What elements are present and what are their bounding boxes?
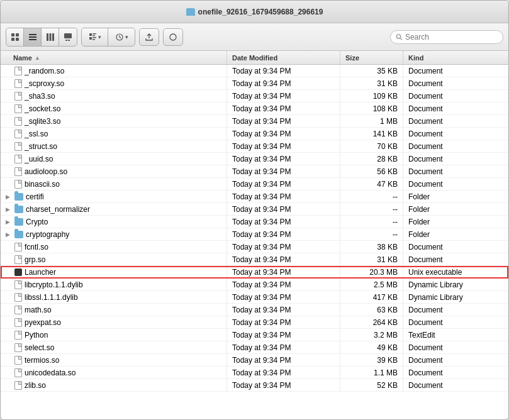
file-name: audioloop.so <box>25 167 67 176</box>
chevron-icon: ▶ <box>6 319 12 326</box>
table-row[interactable]: ▶ binascii.so Today at 9:34 PM 47 KB Doc… <box>1 178 508 191</box>
table-row[interactable]: ▶ fcntl.so Today at 9:34 PM 38 KB Docume… <box>1 241 508 253</box>
cell-size: 31 KB <box>340 77 403 89</box>
cell-date: Today at 9:34 PM <box>227 354 340 366</box>
date-column-header[interactable]: Date Modified <box>227 51 340 64</box>
table-row[interactable]: ▶ libcrypto.1.1.dylib Today at 9:34 PM 2… <box>1 279 508 291</box>
cell-name: ▶ _sha3.so <box>1 90 227 102</box>
table-row[interactable]: ▶ Launcher Today at 9:34 PM 20.3 MB Unix… <box>1 266 508 279</box>
table-row[interactable]: ▶ _sha3.so Today at 9:34 PM 109 KB Docum… <box>1 90 508 102</box>
table-row[interactable]: ▶ _scproxy.so Today at 9:34 PM 31 KB Doc… <box>1 77 508 90</box>
cell-kind: Dynamic Library <box>403 279 508 290</box>
doc-icon <box>14 318 22 327</box>
svg-rect-11 <box>65 40 67 41</box>
table-row[interactable]: ▶ _ssl.so Today at 9:34 PM 141 KB Docume… <box>1 128 508 140</box>
chevron-icon: ▶ <box>6 257 12 263</box>
cell-size: 20.3 MB <box>340 266 403 278</box>
chevron-icon: ▶ <box>6 294 12 301</box>
file-name: _uuid.so <box>25 155 53 163</box>
table-row[interactable]: ▶ _struct.so Today at 9:34 PM 70 KB Docu… <box>1 140 508 153</box>
cell-name: ▶ cryptography <box>1 228 227 240</box>
doc-icon <box>14 343 22 352</box>
table-row[interactable]: ▶ select.so Today at 9:34 PM 49 KB Docum… <box>1 341 508 354</box>
tags-button[interactable] <box>163 28 183 46</box>
action-button[interactable]: ▾ <box>108 28 135 46</box>
svg-rect-17 <box>92 37 96 38</box>
cell-kind: Document <box>403 178 508 190</box>
column-headers: Name ▲ Date Modified Size Kind <box>1 51 508 65</box>
table-row[interactable]: ▶ audioloop.so Today at 9:34 PM 56 KB Do… <box>1 165 508 178</box>
chevron-icon: ▶ <box>6 194 12 200</box>
search-icon <box>396 33 403 41</box>
gallery-view-button[interactable] <box>59 28 77 46</box>
cell-size: 31 KB <box>340 253 403 265</box>
table-row[interactable]: ▶ _socket.so Today at 9:34 PM 108 KB Doc… <box>1 102 508 115</box>
table-row[interactable]: ▶ Python Today at 9:34 PM 3.2 MB TextEdi… <box>1 329 508 341</box>
cell-size: 2.5 MB <box>340 279 403 290</box>
chevron-icon: ▶ <box>6 332 12 338</box>
cell-date: Today at 9:34 PM <box>227 266 340 278</box>
list-view-button[interactable] <box>24 28 42 46</box>
file-name: unicodedata.so <box>25 368 76 377</box>
table-row[interactable]: ▶ zlib.so Today at 9:34 PM 52 KB Documen… <box>1 379 508 392</box>
cell-name: ▶ certifi <box>1 191 227 202</box>
table-row[interactable]: ▶ unicodedata.so Today at 9:34 PM 1.1 MB… <box>1 367 508 379</box>
folder-icon <box>14 193 23 201</box>
table-row[interactable]: ▶ termios.so Today at 9:34 PM 39 KB Docu… <box>1 354 508 367</box>
cell-name: ▶ grp.so <box>1 253 227 265</box>
chevron-icon: ▶ <box>6 206 12 213</box>
table-row[interactable]: ▶ grp.so Today at 9:34 PM 31 KB Document <box>1 253 508 266</box>
cell-name: ▶ _uuid.so <box>1 153 227 165</box>
doc-icon <box>14 356 22 365</box>
size-column-header[interactable]: Size <box>340 51 403 64</box>
cell-date: Today at 9:34 PM <box>227 140 340 152</box>
table-row[interactable]: ▶ _uuid.so Today at 9:34 PM 28 KB Docume… <box>1 153 508 165</box>
doc-icon <box>14 104 22 113</box>
table-row[interactable]: ▶ _random.so Today at 9:34 PM 35 KB Docu… <box>1 65 508 77</box>
table-row[interactable]: ▶ pyexpat.so Today at 9:34 PM 264 KB Doc… <box>1 316 508 329</box>
file-name: _ssl.so <box>25 130 48 138</box>
file-name: _struct.so <box>25 142 57 151</box>
search-input[interactable] <box>405 33 498 41</box>
cell-kind: Document <box>403 241 508 253</box>
share-button[interactable] <box>139 28 159 46</box>
cell-date: Today at 9:34 PM <box>227 228 340 240</box>
doc-icon <box>14 92 22 101</box>
cell-date: Today at 9:34 PM <box>227 65 340 77</box>
file-name: binascii.so <box>25 180 60 189</box>
file-name: libssl.1.1.1.dylib <box>25 293 78 302</box>
kind-column-header[interactable]: Kind <box>403 51 508 64</box>
folder-icon <box>14 218 23 226</box>
cell-name: ▶ pyexpat.so <box>1 316 227 328</box>
cell-name: ▶ Launcher <box>1 266 227 278</box>
doc-icon <box>14 117 22 126</box>
table-row[interactable]: ▶ libssl.1.1.1.dylib Today at 9:34 PM 41… <box>1 291 508 304</box>
cell-kind: Document <box>403 128 508 140</box>
chevron-icon: ▶ <box>6 106 12 112</box>
cell-date: Today at 9:34 PM <box>227 316 340 328</box>
cell-name: ▶ charset_normalizer <box>1 203 227 215</box>
file-list[interactable]: ▶ _random.so Today at 9:34 PM 35 KB Docu… <box>1 65 508 419</box>
table-row[interactable]: ▶ Crypto Today at 9:34 PM -- Folder <box>1 216 508 228</box>
table-row[interactable]: ▶ _sqlite3.so Today at 9:34 PM 1 MB Docu… <box>1 115 508 128</box>
file-name: _scproxy.so <box>25 79 64 88</box>
icon-view-button[interactable] <box>6 28 24 46</box>
name-column-header[interactable]: Name ▲ <box>1 51 227 64</box>
table-row[interactable]: ▶ certifi Today at 9:34 PM -- Folder <box>1 191 508 203</box>
table-row[interactable]: ▶ math.so Today at 9:34 PM 63 KB Documen… <box>1 304 508 316</box>
search-box[interactable] <box>390 30 503 44</box>
cell-size: 141 KB <box>340 128 403 140</box>
arrange-button[interactable]: ▾ <box>82 28 108 46</box>
cell-size: 63 KB <box>340 304 403 316</box>
cell-size: 56 KB <box>340 165 403 177</box>
file-name: pyexpat.so <box>25 318 61 327</box>
svg-rect-5 <box>29 36 36 38</box>
cell-kind: Document <box>403 115 508 127</box>
table-row[interactable]: ▶ cryptography Today at 9:34 PM -- Folde… <box>1 228 508 241</box>
doc-icon <box>14 167 22 176</box>
window-title: onefile_92616_1679459688_296619 <box>198 8 323 16</box>
doc-icon <box>14 180 22 189</box>
table-row[interactable]: ▶ charset_normalizer Today at 9:34 PM --… <box>1 203 508 216</box>
column-view-button[interactable] <box>42 28 59 46</box>
cell-size: -- <box>340 191 403 202</box>
